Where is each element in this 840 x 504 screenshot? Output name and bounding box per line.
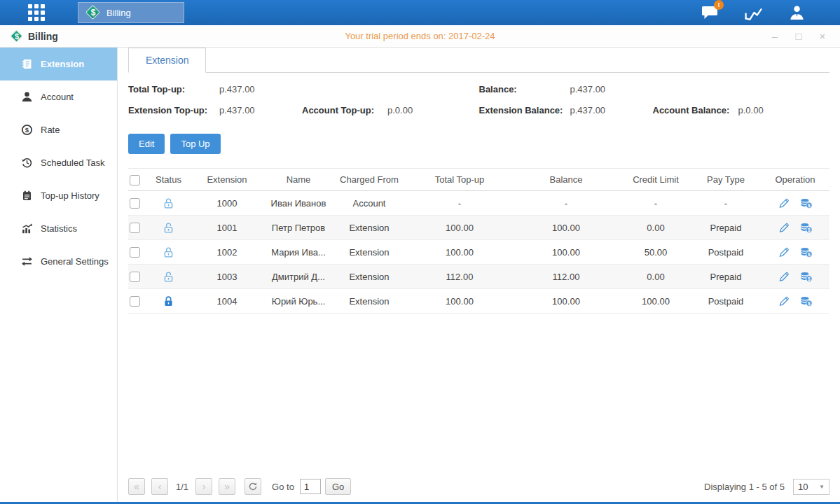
cell-pay-type: Prepaid (691, 216, 761, 240)
close-button[interactable]: × (816, 31, 829, 41)
extension-topup-value: p.437.00 (219, 105, 302, 115)
extension-balance-label: Extension Balance: (479, 105, 570, 115)
window-controls: – □ × (769, 31, 829, 41)
topbar-tab-billing[interactable]: $ Billing (78, 2, 184, 23)
page-size-value: 10 (798, 482, 808, 492)
general-settings-icon (21, 255, 33, 267)
topup-history-icon (21, 190, 33, 202)
row-checkbox[interactable] (130, 296, 140, 307)
sidebar-item-scheduled-task[interactable]: Scheduled Task (0, 146, 117, 179)
svg-text:$: $ (808, 202, 811, 208)
sidebar-item-general-settings[interactable]: General Settings (0, 245, 117, 278)
refresh-button[interactable] (245, 478, 261, 495)
messages-icon[interactable]: ! (700, 4, 719, 22)
next-page-button[interactable]: › (195, 478, 212, 495)
rate-icon: $ (21, 124, 33, 136)
svg-text:$: $ (25, 126, 29, 134)
cell-charged-from: Extension (331, 216, 408, 240)
first-page-button[interactable]: « (128, 478, 145, 495)
last-page-button[interactable]: » (219, 478, 235, 495)
header-total-topup: Total Top-up (408, 169, 511, 191)
sidebar-item-label: Account (41, 92, 74, 102)
cell-extension: 1003 (188, 265, 266, 289)
cell-name: Иван Иванов (266, 191, 331, 216)
row-edit-icon[interactable] (778, 246, 790, 258)
topup-button[interactable]: Top Up (170, 134, 220, 154)
row-edit-icon[interactable] (778, 295, 790, 307)
sidebar-item-topup-history[interactable]: Top-up History (0, 179, 117, 212)
prev-page-button[interactable]: ‹ (151, 478, 168, 495)
unlocked-padlock-icon (163, 270, 174, 281)
user-account-icon[interactable] (787, 4, 806, 22)
topbar-tab-label: Billing (106, 8, 131, 18)
table-row: 1001Петр ПетровExtension100.00100.000.00… (128, 216, 829, 240)
header-credit-limit: Credit Limit (621, 169, 691, 191)
topbar: $ Billing ! (0, 0, 840, 25)
cell-charged-from: Extension (331, 265, 408, 289)
cell-total-topup: 100.00 (408, 240, 511, 265)
cell-credit-limit: 100.00 (621, 289, 691, 314)
sidebar-item-extension[interactable]: Extension (0, 48, 117, 80)
goto-label: Go to (272, 482, 294, 492)
tab-extension[interactable]: Extension (128, 48, 206, 73)
notification-badge: ! (714, 0, 724, 10)
minimize-button[interactable]: – (769, 31, 781, 41)
account-icon (21, 91, 33, 103)
reports-chart-icon[interactable] (743, 4, 763, 22)
header-status: Status (149, 169, 188, 191)
tab-strip: Extension (128, 48, 829, 73)
sidebar-menu: ExtensionAccount$RateScheduled TaskTop-u… (0, 48, 118, 502)
app-grid-icon[interactable] (25, 1, 48, 24)
content-area: Extension Total Top-up: p.437.00 Balance… (118, 48, 840, 502)
chevron-down-icon: ▼ (819, 484, 825, 490)
row-topup-icon[interactable]: $ (800, 246, 813, 258)
row-checkbox[interactable] (130, 223, 140, 233)
row-topup-icon[interactable]: $ (800, 295, 813, 307)
row-topup-icon[interactable]: $ (800, 197, 813, 209)
page-size-select[interactable]: 10 ▼ (793, 479, 829, 495)
row-checkbox[interactable] (130, 247, 140, 258)
row-edit-icon[interactable] (778, 271, 790, 283)
row-checkbox[interactable] (130, 272, 140, 282)
topbar-icons: ! (700, 4, 806, 22)
sidebar-item-label: Rate (41, 125, 60, 135)
cell-charged-from: Extension (331, 289, 408, 314)
row-edit-icon[interactable] (778, 222, 790, 234)
row-checkbox[interactable] (130, 198, 140, 209)
edit-button[interactable]: Edit (128, 134, 165, 154)
sidebar-item-account[interactable]: Account (0, 80, 117, 113)
sidebar-item-rate[interactable]: $Rate (0, 113, 117, 146)
cell-total-topup: - (408, 191, 511, 216)
header-charged-from: Charged From (331, 169, 408, 191)
statistics-icon (21, 223, 33, 234)
cell-credit-limit: 0.00 (621, 265, 691, 289)
billing-app-icon: $ (85, 5, 101, 20)
go-button[interactable]: Go (325, 478, 351, 495)
goto-page-input[interactable] (300, 479, 321, 494)
trial-notice: Your trial period ends on: 2017-02-24 (0, 31, 840, 41)
table-row: 1004Юрий Юрь...Extension100.00100.00100.… (128, 289, 829, 314)
header-balance: Balance (511, 169, 621, 191)
account-balance-label: Account Balance: (653, 105, 738, 115)
sidebar-item-label: Scheduled Task (41, 158, 105, 168)
locked-padlock-icon (163, 295, 174, 305)
table-row: 1002Мария Ива...Extension100.00100.0050.… (128, 240, 829, 265)
row-edit-icon[interactable] (778, 197, 790, 209)
row-topup-icon[interactable]: $ (800, 271, 813, 283)
cell-pay-type: Postpaid (691, 240, 761, 265)
account-topup-value: p.0.00 (387, 105, 470, 115)
displaying-text: Displaying 1 - 5 of 5 (704, 482, 785, 492)
sidebar-item-statistics[interactable]: Statistics (0, 212, 117, 245)
account-topup-label: Account Top-up: (302, 105, 387, 115)
row-topup-icon[interactable]: $ (800, 222, 813, 234)
scheduled-task-icon (21, 157, 33, 169)
maximize-button[interactable]: □ (792, 31, 805, 41)
window-title: $ Billing (10, 29, 58, 43)
cell-credit-limit: - (621, 191, 691, 216)
unlocked-padlock-icon (163, 246, 174, 256)
cell-pay-type: Postpaid (691, 289, 761, 314)
unlocked-padlock-icon (163, 197, 174, 207)
cell-balance: 100.00 (511, 216, 621, 240)
select-all-checkbox[interactable] (130, 175, 140, 186)
sidebar-item-label: Statistics (41, 223, 77, 234)
